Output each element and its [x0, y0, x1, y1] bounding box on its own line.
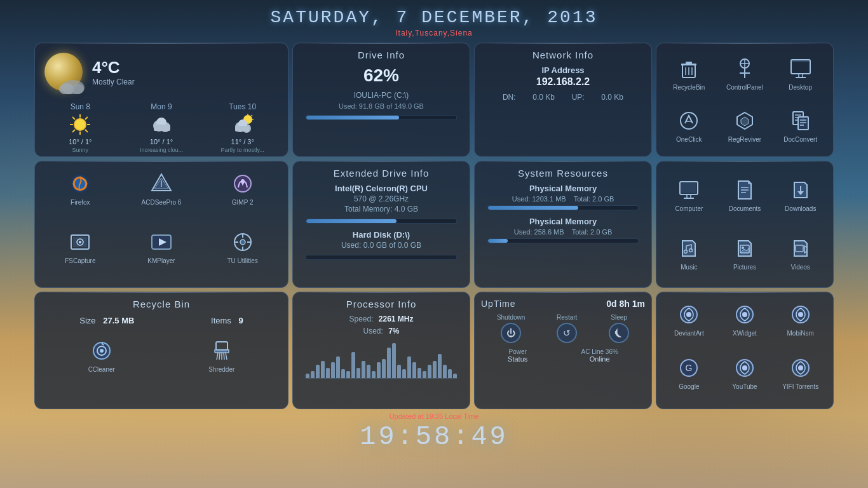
shortcut-downloads[interactable]: Downloads — [774, 174, 827, 216]
shortcut-computer[interactable]: Computer — [663, 174, 715, 216]
power-status-value: Status — [508, 355, 527, 363]
shortcut-pictures-label: Pictures — [733, 264, 756, 271]
app-fscapture[interactable]: FSCapture — [41, 226, 119, 281]
app-gimp[interactable]: GIMP 2 — [203, 168, 281, 223]
sysres-widget: System Resources Physical Memory Used: 1… — [474, 161, 652, 288]
firefox-icon — [67, 171, 93, 196]
shortcut-controlpanel[interactable]: ControlPanel — [719, 53, 771, 95]
chart-bar — [453, 374, 457, 378]
kmplayer-icon — [149, 229, 174, 255]
forecast-temp-3: 11° / 3° — [203, 138, 281, 146]
ccleaner-svg — [90, 339, 114, 363]
power-status-item: Power Status — [508, 348, 527, 363]
svg-point-61 — [79, 241, 81, 243]
mem1-values: Used: 1203.1 MB Total: 2.0 GB — [481, 195, 645, 203]
uptime-title: UpTime — [481, 299, 516, 309]
shortcut-google[interactable]: G Google — [663, 352, 715, 402]
shortcut-pictures[interactable]: Pictures — [719, 233, 771, 274]
mem1-total: Total: 2.0 GB — [574, 195, 614, 203]
svg-point-102 — [798, 312, 803, 317]
mem2-used: Used: 258.6 MB — [514, 228, 564, 236]
controlpanel-svg — [733, 57, 756, 80]
chart-bar — [316, 365, 320, 378]
forecast-temp-1: 10° / 1° — [41, 138, 119, 146]
svg-rect-91 — [215, 349, 229, 353]
total-mem: Total Memory: 4.0 GB — [299, 205, 463, 214]
shutdown-circle[interactable]: ⏻ — [501, 323, 521, 343]
restart-btn[interactable]: Restart ↺ — [557, 314, 577, 343]
mem1-progress-container — [487, 205, 639, 210]
app-acdsee[interactable]: ACDSeePro 6 — [123, 168, 201, 223]
restart-circle[interactable]: ↺ — [557, 323, 577, 343]
shortcut-deviantart[interactable]: DeviantArt — [663, 299, 715, 349]
svg-point-83 — [742, 247, 744, 249]
forecast-desc-2: Increasing clou... — [123, 147, 201, 153]
shortcut-regreviver[interactable]: RegReviver — [719, 105, 771, 147]
recyclebin-svg — [677, 57, 700, 80]
svg-rect-16 — [154, 125, 170, 131]
proc-used: Used: 7% — [299, 327, 463, 336]
chart-bar — [377, 362, 381, 378]
sleep-circle[interactable]: ⏾ — [609, 323, 629, 343]
chart-bar — [397, 365, 401, 378]
cpu-speed: 570 @ 2.26GHz — [299, 194, 463, 203]
sysres-title: System Resources — [481, 168, 645, 179]
svg-point-88 — [100, 349, 104, 353]
network-info-widget: Network Info IP Address 192.168.2.2 DN: … — [474, 43, 652, 157]
recycle-items: Items 9 — [211, 316, 243, 325]
svg-point-108 — [798, 365, 803, 370]
shortcut-mobinsm-label: MobiNsm — [787, 330, 814, 337]
proc-speed: Speed: 2261 MHz — [299, 315, 463, 323]
shortcut-mobinsm[interactable]: MobiNsm — [774, 299, 827, 349]
recycle-bin-widget: Recycle Bin Size 27.5 MB Items 9 — [34, 292, 288, 409]
chart-bar — [382, 359, 386, 378]
shortcut-recyclebin[interactable]: RecycleBin — [663, 53, 715, 95]
shortcut-oneclick[interactable]: OneClick — [663, 105, 715, 147]
desktop-svg — [789, 57, 812, 80]
svg-point-106 — [742, 365, 747, 370]
shortcut-youtube[interactable]: YouTube — [719, 352, 771, 402]
chart-bar — [412, 362, 416, 378]
fscapture-icon — [67, 229, 93, 255]
shortcut-videos[interactable]: Videos — [774, 233, 827, 274]
chart-bar — [321, 361, 325, 379]
gimp-icon — [230, 171, 255, 196]
grid-container: 4°C Mostly Clear Sun 8 — [29, 43, 839, 409]
docconvert-icon — [788, 108, 813, 133]
processor-chart — [306, 341, 457, 379]
shortcut-music[interactable]: Music — [663, 233, 715, 274]
action-ccleaner[interactable]: CCleaner — [85, 335, 118, 377]
pictures-icon — [732, 236, 757, 261]
shortcut-yifi[interactable]: YIFI Torrents — [774, 352, 827, 402]
header-location: Italy,Tuscany,Siena — [271, 29, 598, 37]
regreviver-icon — [732, 108, 757, 133]
action-shredder[interactable]: Shredder — [205, 335, 238, 377]
chart-bar — [346, 371, 350, 378]
shutdown-btn[interactable]: Shutdown ⏻ — [497, 314, 525, 343]
shortcut-xwidget[interactable]: XWidget — [719, 299, 771, 349]
deviantart-svg — [677, 303, 700, 326]
sleep-btn[interactable]: Sleep ⏾ — [609, 314, 629, 343]
xwidget-svg — [733, 303, 756, 326]
drive-info-widget: Drive Info 62% IOULIA-PC (C:\) Used: 91.… — [292, 43, 470, 157]
mem1-progress-fill — [488, 206, 578, 210]
shortcut-xwidget-label: XWidget — [733, 330, 757, 337]
top-shortcuts-widget: RecycleBin ControlPanel — [656, 43, 834, 157]
hdd-section: Hard Disk (D:\) Used: 0.0 GB of 0.0 GB — [299, 230, 463, 250]
chart-bar — [417, 368, 421, 379]
forecast-day-1: Sun 8 10° / 1° Sunny — [41, 102, 119, 153]
cpu-section: Intel(R) Celeron(R) CPU 570 @ 2.26GHz To… — [299, 184, 463, 214]
shortcut-docconvert[interactable]: DocConvert — [774, 105, 827, 147]
drive-used: Used: 91.8 GB of 149.0 GB — [299, 102, 463, 110]
mem2-section: Physical Memory Used: 258.6 MB Total: 2.… — [481, 217, 645, 243]
app-tuutils[interactable]: TU Utilities — [203, 226, 281, 281]
app-kmplayer[interactable]: KMPlayer — [123, 226, 201, 281]
mem2-values: Used: 258.6 MB Total: 2.0 GB — [481, 228, 645, 236]
shortcut-desktop[interactable]: Desktop — [774, 53, 827, 95]
shortcut-documents[interactable]: Documents — [719, 174, 771, 216]
processor-title: Processor Info — [299, 299, 463, 309]
svg-point-100 — [742, 312, 747, 317]
chart-bar — [392, 343, 396, 378]
svg-point-2 — [71, 84, 84, 94]
app-firefox[interactable]: Firefox — [41, 168, 119, 223]
